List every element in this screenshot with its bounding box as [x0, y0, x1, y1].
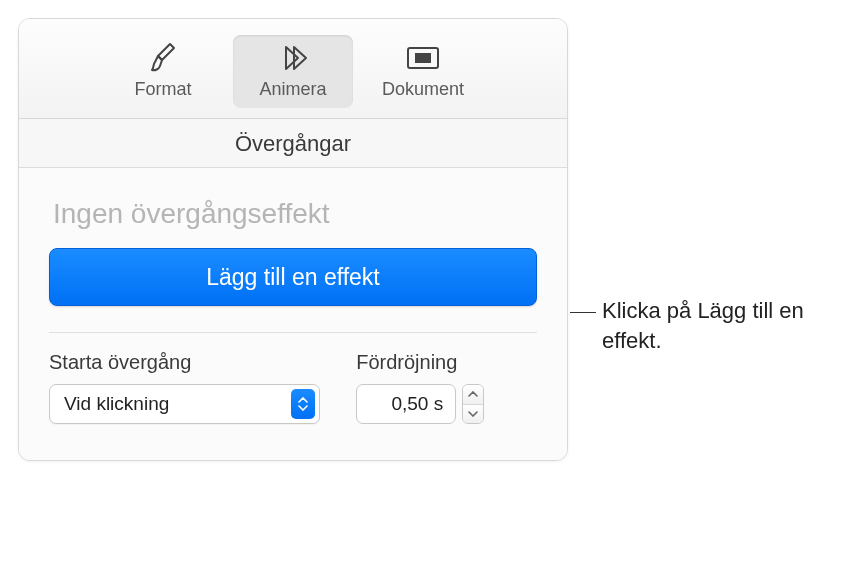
content-area: Ingen övergångseffekt Lägg till en effek… — [19, 168, 567, 460]
paintbrush-icon — [148, 41, 178, 75]
divider — [49, 332, 537, 333]
delay-control — [356, 384, 537, 424]
inspector-panel: Format Animera Dokument Övergångar In — [18, 18, 568, 461]
toolbar: Format Animera Dokument — [19, 19, 567, 119]
animate-icon — [272, 41, 314, 75]
chevron-down-icon — [468, 411, 478, 417]
delay-label: Fördröjning — [356, 351, 537, 374]
tab-document-label: Dokument — [382, 79, 464, 100]
start-transition-value: Vid klickning — [64, 393, 291, 415]
add-effect-button[interactable]: Lägg till en effekt — [49, 248, 537, 306]
svg-rect-1 — [415, 53, 431, 63]
tab-animate-label: Animera — [259, 79, 326, 100]
delay-group: Fördröjning — [356, 351, 537, 424]
chevron-updown-icon — [291, 389, 315, 419]
section-title: Övergångar — [19, 119, 567, 168]
tab-format-label: Format — [134, 79, 191, 100]
callout-text: Klicka på Lägg till en effekt. — [602, 296, 832, 355]
delay-stepper — [462, 384, 484, 424]
callout-connector — [570, 312, 596, 313]
start-transition-label: Starta övergång — [49, 351, 320, 374]
tab-document[interactable]: Dokument — [363, 35, 483, 108]
stepper-up-button[interactable] — [463, 385, 483, 405]
options-row: Starta övergång Vid klickning Fördröjnin… — [49, 351, 537, 424]
start-transition-select[interactable]: Vid klickning — [49, 384, 320, 424]
start-transition-group: Starta övergång Vid klickning — [49, 351, 320, 424]
delay-input[interactable] — [356, 384, 456, 424]
tab-animate[interactable]: Animera — [233, 35, 353, 108]
chevron-up-icon — [468, 391, 478, 397]
document-icon — [404, 41, 442, 75]
stepper-down-button[interactable] — [463, 405, 483, 424]
no-effect-label: Ingen övergångseffekt — [49, 198, 537, 230]
tab-format[interactable]: Format — [103, 35, 223, 108]
